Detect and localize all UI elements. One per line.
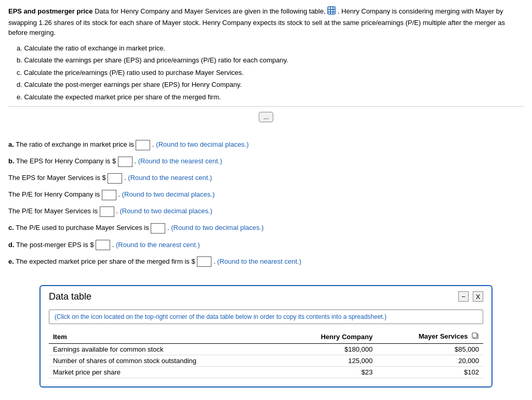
data-table: Item Henry Company Mayer Services: [49, 330, 483, 378]
parts-list: a. Calculate the ratio of exchange in ma…: [17, 43, 524, 102]
modal-note: (Click on the icon located on the top-ri…: [49, 309, 483, 324]
qa-row-b2: The EPS for Mayer Services is $ . (Round…: [8, 172, 524, 184]
qa-dot-b3: .: [118, 190, 122, 198]
table-row-shares: Number of shares of common stock outstan…: [49, 355, 483, 366]
hint-a: (Round to two decimal places.): [156, 140, 248, 148]
cell-mayer-shares: 20,000: [377, 355, 483, 366]
main-content: EPS and postmerger price Data for Henry …: [0, 0, 532, 400]
hint-e: (Round to the nearest cent.): [217, 257, 301, 265]
cell-item-earnings: Earnings available for common stock: [49, 343, 284, 355]
part-b: b. Calculate the earnings per share (EPS…: [17, 55, 524, 66]
qa-row-d: d. The post-merger EPS is $ . (Round to …: [8, 239, 524, 251]
cell-mayer-price: $102: [377, 366, 483, 378]
qa-dot-d: .: [112, 241, 116, 249]
part-a: a. Calculate the ratio of exchange in ma…: [17, 43, 524, 54]
modal-controls: − X: [458, 291, 483, 302]
cell-henry-earnings: $180,000: [284, 343, 377, 355]
qa-label-b: b.: [8, 157, 15, 165]
cell-henry-price: $23: [284, 366, 377, 378]
input-b1[interactable]: [118, 157, 132, 167]
cell-henry-shares: 125,000: [284, 355, 377, 366]
modal-title: Data table: [49, 291, 91, 302]
hint-b4: (Round to two decimal places.): [119, 207, 212, 215]
part-a-italic: ratio of exchange: [65, 44, 117, 52]
hint-b2: (Round to the nearest cent.): [128, 174, 212, 182]
input-b3[interactable]: [102, 190, 116, 200]
hint-c: (Round to two decimal places.): [171, 224, 263, 231]
minimize-button[interactable]: −: [458, 291, 469, 302]
table-row-earnings: Earnings available for common stock $180…: [49, 343, 483, 355]
part-e: e. Calculate the expected market price p…: [17, 92, 524, 102]
part-a-label: a.: [17, 44, 22, 52]
qa-row-b1: b. The EPS for Henry Company is $ . (Rou…: [8, 156, 524, 167]
qa-text-e: The expected market price per share of t…: [16, 257, 195, 265]
qa-text-b3: The P/E for Henry Company is: [8, 190, 102, 198]
problem-statement: EPS and postmerger price Data for Henry …: [8, 6, 524, 38]
divider: ...: [8, 106, 524, 127]
col-header-mayer: Mayer Services: [377, 330, 483, 344]
qa-text-b1: The EPS for Henry Company is $: [16, 157, 116, 165]
col-header-item: Item: [49, 330, 284, 344]
part-b-label: b.: [17, 56, 22, 64]
bold-prefix: EPS and postmerger price: [8, 7, 93, 15]
hint-d: (Round to the nearest cent.): [116, 241, 200, 249]
ellipsis-button[interactable]: ...: [259, 112, 273, 122]
modal-body: (Click on the icon located on the top-ri…: [41, 305, 491, 386]
qa-text-b2: The EPS for Mayer Services is $: [8, 174, 106, 182]
modal-titlebar: Data table − X: [41, 286, 491, 305]
qa-text-a: The ratio of exchange in market price is: [16, 140, 136, 148]
hint-b3: (Round to two decimal places.): [122, 190, 215, 198]
input-e[interactable]: [197, 256, 211, 267]
part-d-label: d.: [17, 81, 22, 88]
part-c: c. Calculate the price/earnings (P/E) ra…: [17, 68, 524, 78]
table-icon[interactable]: [327, 6, 336, 18]
svg-rect-0: [328, 7, 335, 14]
qa-text-c: The P/E used to purchase Mayer Services …: [16, 224, 151, 231]
qa-row-e: e. The expected market price per share o…: [8, 256, 524, 267]
close-button[interactable]: X: [473, 291, 483, 302]
input-b4[interactable]: [100, 207, 114, 217]
qa-text-d: The post-merger EPS is $: [16, 241, 94, 249]
table-header-row: Item Henry Company Mayer Services: [49, 330, 483, 344]
qa-row-b3: The P/E for Henry Company is . (Round to…: [8, 189, 524, 200]
qa-label-a: a.: [8, 140, 14, 148]
svg-rect-6: [472, 333, 477, 338]
input-d[interactable]: [96, 240, 110, 250]
cell-item-price: Market price per share: [49, 366, 284, 378]
data-table-modal: Data table − X (Click on the icon locate…: [39, 285, 493, 388]
qa-text-b4: The P/E for Mayer Services is: [8, 207, 100, 215]
part-e-label: e.: [17, 93, 22, 101]
qa-row-b4: The P/E for Mayer Services is . (Round t…: [8, 205, 524, 217]
input-a[interactable]: [136, 140, 150, 150]
qa-row-a: a. The ratio of exchange in market price…: [8, 139, 524, 150]
qa-label-d: d.: [8, 241, 15, 249]
input-b2[interactable]: [108, 173, 122, 184]
copy-icon[interactable]: [472, 332, 479, 341]
cell-mayer-earnings: $85,000: [377, 343, 483, 355]
part-d: d. Calculate the post-merger earnings pe…: [17, 80, 524, 90]
col-header-henry: Henry Company: [284, 330, 377, 344]
part-c-label: c.: [17, 69, 22, 76]
intro-text: Data for Henry Company and Mayer Service…: [95, 7, 327, 15]
part-d-italic: post-merger earnings per share (EPS): [65, 81, 180, 88]
qa-section: a. The ratio of exchange in market price…: [8, 132, 524, 275]
qa-row-c: c. The P/E used to purchase Mayer Servic…: [8, 222, 524, 234]
hint-b1: (Round to the nearest cent.): [138, 157, 222, 165]
cell-item-shares: Number of shares of common stock outstan…: [49, 355, 284, 366]
qa-dot-b1: .: [134, 157, 138, 165]
qa-label-e: e.: [8, 257, 14, 265]
input-c[interactable]: [151, 223, 165, 234]
table-row-price: Market price per share $23 $102: [49, 366, 483, 378]
qa-label-c: c.: [8, 224, 14, 231]
